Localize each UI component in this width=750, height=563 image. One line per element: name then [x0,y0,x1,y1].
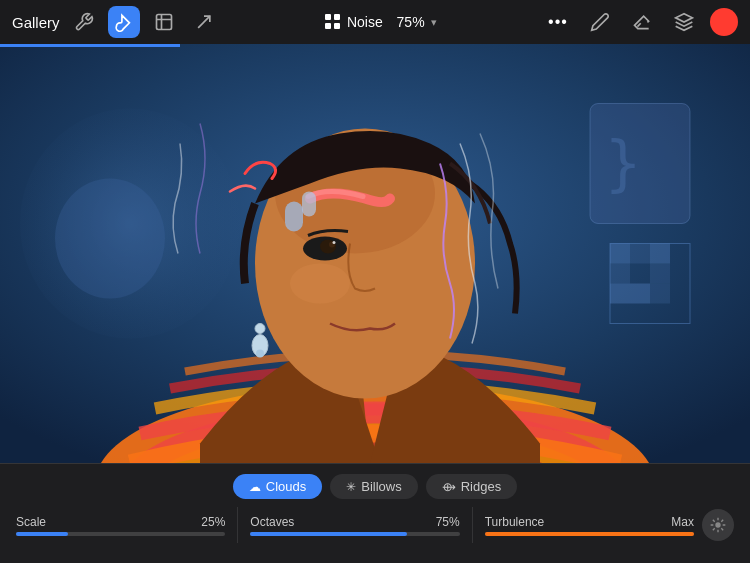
turbulence-value: Max [671,515,694,529]
toolbar: Gallery Noise 75% ▾ [0,0,750,44]
scale-slider-track[interactable] [16,532,225,536]
svg-point-4 [55,179,165,299]
brush-button[interactable] [108,6,140,38]
svg-rect-12 [650,264,670,284]
svg-point-26 [333,241,336,244]
octaves-slider-track[interactable] [250,532,459,536]
svg-rect-30 [285,202,303,232]
scale-label: Scale [16,515,46,529]
clouds-icon: ☁ [249,480,261,494]
more-button[interactable]: ••• [542,6,574,38]
toolbar-right: ••• [542,6,738,38]
pencil-icon [590,12,610,32]
svg-rect-8 [610,244,630,264]
brush-icon [114,12,134,32]
svg-point-29 [256,350,264,358]
smudge-button[interactable] [148,6,180,38]
color-swatch[interactable] [710,8,738,36]
noise-label: Noise 75% [347,14,425,30]
svg-point-22 [290,264,350,304]
layers-button[interactable] [668,6,700,38]
octaves-label: Octaves [250,515,294,529]
controls-row: Scale 25% Octaves 75% Turbulence Max [16,507,734,543]
svg-line-0 [198,16,210,28]
gallery-button[interactable]: Gallery [12,14,60,31]
svg-rect-9 [630,244,650,264]
noise-grid-icon [325,14,341,30]
tabs-row: ☁ Clouds ✳ Billows ⟴ Ridges [16,474,734,499]
svg-rect-10 [650,244,670,264]
svg-rect-15 [650,284,670,304]
turbulence-label: Turbulence [485,515,545,529]
octaves-slider-fill [250,532,407,536]
svg-text:}: } [605,128,641,198]
svg-rect-13 [610,284,630,304]
toolbar-left: Gallery [12,6,220,38]
pencil-button[interactable] [584,6,616,38]
svg-point-32 [716,523,720,527]
arrow-button[interactable] [188,6,220,38]
svg-point-27 [255,324,265,334]
tab-clouds[interactable]: ☁ Clouds [233,474,322,499]
tab-billows[interactable]: ✳ Billows [330,474,417,499]
arrow-icon [194,12,214,32]
layers-icon [674,12,694,32]
octaves-value: 75% [436,515,460,529]
octaves-control: Octaves 75% [250,515,459,536]
scale-slider-fill [16,532,68,536]
divider-2 [472,507,473,543]
turbulence-control: Turbulence Max [485,515,694,536]
settings-button[interactable] [702,509,734,541]
billows-icon: ✳ [346,480,356,494]
turbulence-slider-track[interactable] [485,532,694,536]
wrench-button[interactable] [68,6,100,38]
settings-gear-icon [710,517,726,533]
turbulence-slider-fill [485,532,694,536]
toolbar-center: Noise 75% ▾ [325,14,437,30]
svg-rect-11 [610,264,630,284]
more-dots-icon: ••• [548,13,568,31]
svg-marker-1 [676,14,693,22]
bottom-panel: ☁ Clouds ✳ Billows ⟴ Ridges Scale 25% [0,463,750,563]
progress-bar [0,44,180,47]
artwork: } [0,44,750,463]
eraser-icon [632,12,652,32]
wrench-icon [74,12,94,32]
eraser-button[interactable] [626,6,658,38]
tab-ridges[interactable]: ⟴ Ridges [426,474,517,499]
scale-control: Scale 25% [16,515,225,536]
ridges-icon: ⟴ [442,480,456,494]
smudge-icon [154,12,174,32]
canvas-area: } [0,44,750,463]
chevron-down-icon[interactable]: ▾ [431,16,437,29]
divider-1 [237,507,238,543]
scale-value: 25% [201,515,225,529]
svg-rect-31 [302,192,316,217]
svg-rect-14 [630,284,650,304]
